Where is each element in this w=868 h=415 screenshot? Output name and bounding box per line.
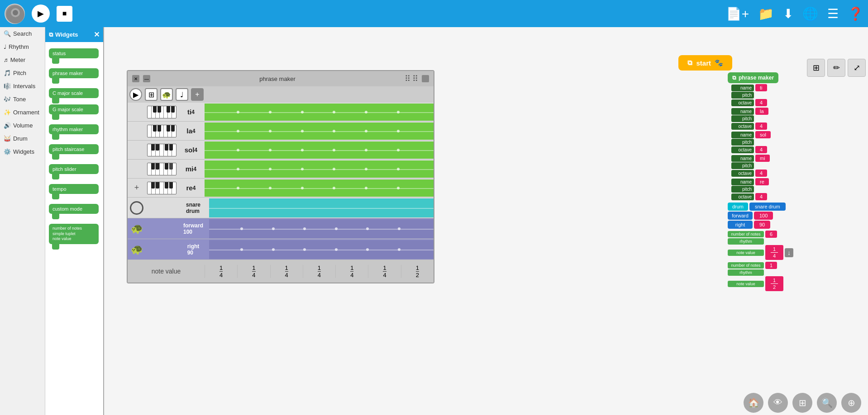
note-value-row: note value 14 14 14 14 14 xyxy=(128,260,434,283)
nav-ornament[interactable]: ✨ Ornament xyxy=(0,106,45,119)
pm-block-header[interactable]: ⧉ phrase maker xyxy=(728,72,778,83)
sol-octave-value[interactable]: 4 xyxy=(755,146,767,153)
mi-track[interactable] xyxy=(205,160,434,178)
menu-icon[interactable]: ☰ xyxy=(827,6,839,21)
forward-turtle-icon: 🐢 xyxy=(128,221,146,236)
status-block-button[interactable]: status xyxy=(49,48,99,58)
ti-track[interactable] xyxy=(205,104,434,121)
note-cell-2[interactable]: 14 xyxy=(237,265,270,278)
play-button[interactable]: ▶ xyxy=(32,5,50,23)
ti-octave-value[interactable]: 4 xyxy=(755,99,767,106)
snare-track[interactable] xyxy=(209,198,434,217)
bottom-toolbar: 🏠 👁 ⊞ 🔍 ⊕ xyxy=(737,390,868,415)
note-cell-5[interactable]: 14 xyxy=(335,265,368,278)
window-minimize-button[interactable]: — xyxy=(143,75,150,82)
expand-button[interactable]: ⤢ xyxy=(848,59,866,77)
la-track[interactable] xyxy=(205,123,434,140)
drum-value[interactable]: snare drum xyxy=(749,203,786,211)
down-arrow-1[interactable]: ↓ xyxy=(785,248,793,257)
custom-mode-button[interactable]: custom mode xyxy=(49,204,99,214)
la-name-value[interactable]: la xyxy=(755,108,768,115)
nav-widgets[interactable]: ⚙️ Widgets xyxy=(0,145,45,158)
nav-volume[interactable]: 🔊 Volume xyxy=(0,119,45,132)
c-major-connector xyxy=(52,98,59,104)
eye-button[interactable]: 👁 xyxy=(768,393,788,413)
drum-label: drum xyxy=(728,203,748,211)
forward-value[interactable]: 100 xyxy=(754,212,773,220)
zoom-button[interactable]: 🔍 xyxy=(817,393,837,413)
mi-name-value[interactable]: mi xyxy=(755,155,770,162)
num-notes-value-2[interactable]: 1 xyxy=(765,262,777,269)
start-block[interactable]: ⧉ start 🐾 xyxy=(678,55,732,71)
nav-tone[interactable]: 🎶 Tone xyxy=(0,93,45,106)
widgets-close-button[interactable]: ✕ xyxy=(94,30,100,39)
nav-drum[interactable]: 🥁 Drum xyxy=(0,132,45,145)
pm-grid-button[interactable]: ⊞ xyxy=(145,88,157,101)
note-value-label-2: note value xyxy=(728,281,764,287)
note-cell-3[interactable]: 14 xyxy=(270,265,303,278)
re-name-value[interactable]: re xyxy=(755,178,769,185)
right-turn-label: right xyxy=(728,221,753,229)
nav-meter[interactable]: ♬ Meter xyxy=(0,53,45,66)
note-cell-1[interactable]: 14 xyxy=(205,265,237,278)
right-track[interactable] xyxy=(209,240,434,259)
download-icon[interactable]: ⬇ xyxy=(783,6,793,21)
pm-turtle-button[interactable]: 🐢 xyxy=(160,88,173,101)
tempo-button[interactable]: tempo xyxy=(49,184,99,194)
grid-button[interactable]: ⊞ xyxy=(792,393,812,413)
note-cell-7[interactable]: 12 xyxy=(401,265,434,278)
home-button[interactable]: 🏠 xyxy=(744,393,763,413)
sol-name-value[interactable]: sol xyxy=(755,131,771,138)
g-major-scale-button[interactable]: G major scale xyxy=(49,104,99,114)
nav-rhythm[interactable]: ♩ Rhythm xyxy=(0,40,45,53)
rhythm-label-2: rhythm xyxy=(728,269,764,276)
mi-octave-value[interactable]: 4 xyxy=(755,170,767,177)
note-values: 14 14 14 14 14 14 xyxy=(205,265,434,278)
rhythm-maker-button[interactable]: rhythm maker xyxy=(49,124,99,134)
nav-pitch[interactable]: 🎵 Pitch xyxy=(0,66,45,80)
sol-track[interactable] xyxy=(205,141,434,159)
forward-track[interactable] xyxy=(209,219,434,238)
new-file-icon[interactable]: 📄+ xyxy=(726,6,749,21)
open-folder-icon[interactable]: 📁 xyxy=(758,6,774,21)
c-major-scale-button[interactable]: C major scale xyxy=(49,88,99,98)
note-cell-6[interactable]: 14 xyxy=(368,265,401,278)
g-major-connector xyxy=(52,114,59,120)
tone-nav-label: Tone xyxy=(13,96,26,103)
pitch-slider-button[interactable]: pitch slider xyxy=(49,164,99,174)
window-close-button[interactable]: ✕ xyxy=(132,75,139,82)
expand-zoom-button[interactable]: ⊕ xyxy=(841,393,861,413)
pm-note-button[interactable]: ♩ xyxy=(176,88,188,101)
right-turn-value[interactable]: 90 xyxy=(754,221,770,229)
re-label: re4 xyxy=(177,184,205,192)
window-title: phrase maker xyxy=(154,75,401,82)
forward-label: forward xyxy=(728,212,753,220)
ti-row-icon xyxy=(128,110,146,114)
stop-button[interactable]: ■ xyxy=(57,6,72,22)
note-frac-2[interactable]: 1 2 xyxy=(765,276,783,291)
re-octave-value[interactable]: 4 xyxy=(755,193,767,200)
note-cell-4[interactable]: 14 xyxy=(303,265,335,278)
window-titlebar[interactable]: ✕ — phrase maker ⠿ ⠿ xyxy=(128,71,434,86)
note-frac-1[interactable]: 1 4 xyxy=(765,245,783,260)
simple-tuplet-button[interactable]: number of notessimple tupletnote value xyxy=(49,224,99,244)
mi-pitch-label: pitch xyxy=(731,162,754,169)
help-icon[interactable]: ❓ xyxy=(848,6,863,21)
re-track[interactable] xyxy=(205,179,434,197)
la-octave-value[interactable]: 4 xyxy=(755,123,767,130)
window-expand-button[interactable] xyxy=(422,75,429,82)
right-block: right 90 xyxy=(728,221,845,229)
phrase-maker-block-button[interactable]: phrase maker xyxy=(49,68,99,78)
add-row-icon[interactable]: + xyxy=(134,183,139,193)
globe-icon[interactable]: 🌐 xyxy=(802,6,818,21)
pm-add-button[interactable]: + xyxy=(191,88,204,101)
num-notes-value-1[interactable]: 6 xyxy=(765,231,777,238)
nav-search[interactable]: 🔍 Search xyxy=(0,27,45,40)
pm-play-button[interactable]: ▶ xyxy=(129,88,142,101)
rhythm-block-2: number of notes 1 rhythm note value 1 2 xyxy=(728,262,845,291)
ti-name-value[interactable]: ti xyxy=(755,84,767,91)
snare-label: snaredrum xyxy=(177,202,209,214)
pitch-staircase-button[interactable]: pitch staircase xyxy=(49,144,99,154)
nav-intervals[interactable]: 🎼 Intervals xyxy=(0,80,45,93)
la-octave-label: octave xyxy=(731,123,754,130)
